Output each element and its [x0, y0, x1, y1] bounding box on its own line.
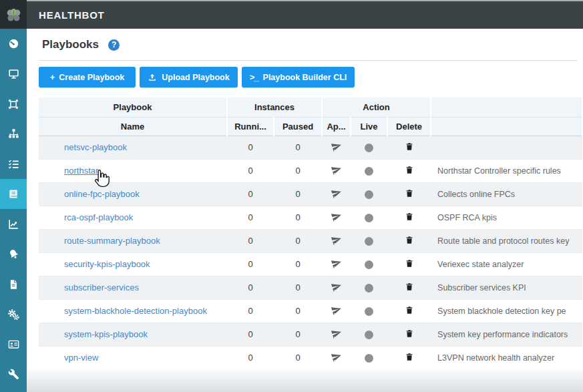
table-row: netsvc-playbook 0 0 — [39, 136, 582, 159]
live-status-icon — [365, 190, 373, 199]
playbook-link[interactable]: vpn-view — [64, 353, 98, 363]
apply-icon[interactable] — [331, 211, 342, 224]
alarm-bell-icon — [7, 248, 20, 260]
group-header-instances: Instances — [227, 97, 322, 117]
sidebar-item-alarms[interactable] — [0, 239, 27, 269]
delete-icon[interactable] — [405, 305, 414, 317]
column-header-running: Runni... — [227, 117, 274, 136]
tools-wrench-icon — [8, 369, 19, 380]
column-header-paused: Paused — [274, 117, 322, 136]
toolbar: + Create Playbook Upload Playbook >_ Pla… — [39, 67, 583, 87]
table-row: northstar 0 0 Northstar Controller speci… — [39, 159, 582, 182]
playbook-description — [431, 136, 582, 159]
delete-icon[interactable] — [405, 282, 414, 294]
apply-icon[interactable] — [331, 141, 342, 154]
paused-count: 0 — [274, 252, 322, 276]
playbook-link[interactable]: subscriber-services — [64, 282, 139, 292]
delete-icon[interactable] — [405, 258, 414, 270]
column-header-delete: Delete — [387, 117, 431, 136]
table-row: system-blackhole-detection-playbook 0 0 … — [39, 299, 582, 323]
sidebar-item-device-groups[interactable] — [0, 89, 27, 119]
paused-count: 0 — [274, 299, 322, 323]
playbook-description: Route table and protocol routes key — [431, 229, 582, 252]
upload-playbook-button[interactable]: Upload Playbook — [140, 67, 238, 87]
create-playbook-button[interactable]: + Create Playbook — [39, 67, 136, 87]
apply-icon[interactable] — [331, 305, 342, 317]
live-status-icon — [365, 331, 373, 339]
running-count: 0 — [227, 323, 274, 346]
rules-checklist-icon — [7, 158, 20, 170]
sidebar-item-charts[interactable] — [0, 209, 27, 239]
live-status-icon — [365, 354, 373, 363]
running-count: 0 — [227, 276, 274, 299]
playbooks-table: Playbook Instances Action Name Runni... … — [39, 97, 583, 370]
playbook-link[interactable]: route-summary-playbook — [64, 236, 160, 246]
apply-icon[interactable] — [331, 234, 342, 247]
live-status-icon — [365, 214, 373, 222]
running-count: 0 — [227, 182, 274, 206]
table-row: route-summary-playbook 0 0 Route table a… — [39, 229, 582, 252]
sidebar-item-accounts[interactable] — [0, 329, 27, 359]
group-header-row: Playbook Instances Action — [39, 97, 582, 117]
sidebar-nav — [0, 29, 27, 392]
apply-icon[interactable] — [331, 164, 342, 177]
app-logo[interactable] — [0, 0, 27, 30]
dashboard-gauge-icon — [7, 37, 20, 50]
live-status-icon — [365, 260, 373, 269]
sidebar-item-devices[interactable] — [0, 59, 27, 89]
running-count: 0 — [227, 346, 274, 369]
playbook-builder-cli-button[interactable]: >_ Playbook Builder CLI — [242, 67, 355, 87]
apply-icon[interactable] — [331, 281, 342, 294]
sidebar-item-rules[interactable] — [0, 149, 27, 179]
sidebar-item-tools[interactable] — [0, 359, 27, 389]
paused-count: 0 — [274, 136, 322, 159]
help-icon[interactable]: ? — [108, 39, 120, 51]
running-count: 0 — [227, 252, 274, 276]
group-header-playbook: Playbook — [39, 97, 227, 117]
settings-gears-icon — [7, 308, 20, 321]
playbook-description: L3VPN network health analyzer — [431, 346, 582, 369]
apply-icon[interactable] — [331, 258, 342, 270]
column-header-apply: Ap... — [322, 117, 351, 136]
playbook-description: System blackhole detection key pe — [431, 299, 582, 323]
live-status-icon — [365, 307, 373, 316]
apply-icon[interactable] — [331, 328, 342, 341]
paused-count: 0 — [274, 323, 322, 346]
playbook-link[interactable]: security-kpis-playbook — [64, 259, 150, 269]
running-count: 0 — [227, 136, 274, 159]
charts-graph-icon — [7, 218, 20, 230]
playbook-link[interactable]: system-blackhole-detection-playbook — [64, 306, 207, 316]
sidebar-item-settings[interactable] — [0, 299, 27, 329]
playbook-link[interactable]: northstar — [64, 166, 98, 176]
group-header-action: Action — [322, 97, 431, 117]
apply-icon[interactable] — [331, 351, 342, 364]
playbook-description: Northstar Controller specific rules — [431, 159, 582, 182]
delete-icon[interactable] — [405, 142, 414, 154]
apply-icon[interactable] — [331, 188, 342, 200]
playbook-description: Subscriber services KPI — [431, 276, 582, 299]
live-status-icon — [365, 284, 373, 292]
table-row: rca-ospf-playbook 0 0 OSPF RCA kpis — [39, 206, 582, 229]
delete-icon[interactable] — [405, 329, 414, 341]
playbook-link[interactable]: netsvc-playbook — [64, 142, 127, 152]
sidebar-item-reports[interactable] — [0, 269, 27, 299]
playbook-link[interactable]: system-kpis-playbook — [64, 329, 148, 339]
delete-icon[interactable] — [405, 212, 414, 224]
delete-icon[interactable] — [405, 188, 414, 200]
live-status-icon — [365, 237, 373, 246]
paused-count: 0 — [274, 229, 322, 252]
sidebar-item-playbooks[interactable] — [0, 179, 27, 209]
group-header-spacer — [431, 97, 582, 117]
sidebar-item-network[interactable] — [0, 119, 27, 149]
delete-icon[interactable] — [405, 352, 414, 364]
sidebar-item-dashboard[interactable] — [0, 29, 27, 59]
playbook-description: System key performance indicators — [431, 323, 582, 346]
delete-icon[interactable] — [405, 165, 414, 177]
delete-icon[interactable] — [405, 235, 414, 247]
playbook-link[interactable]: rca-ospf-playbook — [64, 212, 133, 222]
table-row: vpn-view 0 0 L3VPN network health analyz… — [39, 346, 582, 369]
terminal-prompt-icon: >_ — [250, 72, 258, 82]
playbook-link[interactable]: online-fpc-playbook — [64, 189, 140, 199]
paused-count: 0 — [274, 159, 322, 182]
running-count: 0 — [227, 159, 274, 182]
